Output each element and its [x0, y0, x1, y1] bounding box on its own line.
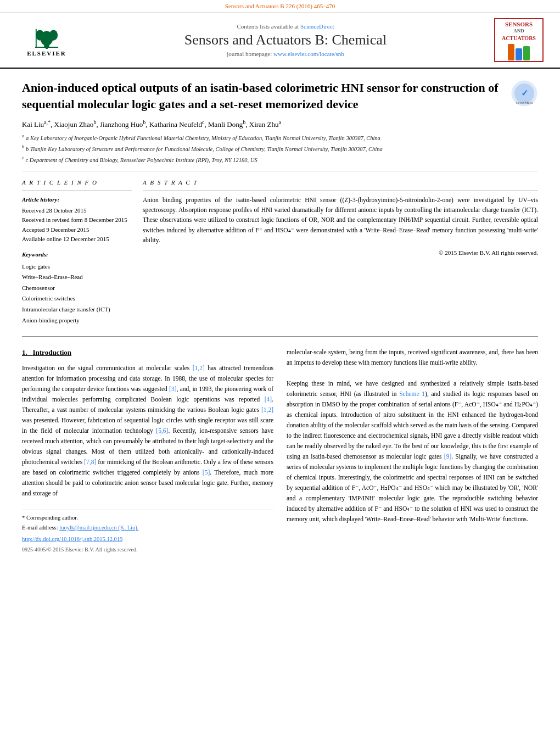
- crossmark-icon[interactable]: ✓ CrossMark: [511, 80, 538, 107]
- authors-text: Kai Liua,*, Xiaojun Zhaob, Jianzhong Huo…: [22, 120, 281, 129]
- main-content: 1. Introduction Investigation on the sig…: [22, 347, 538, 555]
- svg-point-2: [36, 30, 44, 41]
- sensors-logo-line3: ACTUATORS: [502, 35, 536, 42]
- doi-link[interactable]: http://dx.doi.org/10.1016/j.snb.2015.12.…: [22, 536, 122, 542]
- abstract-panel: A B S T R A C T Anion binding properties…: [143, 178, 538, 326]
- elsevier-tree-icon: [27, 24, 66, 49]
- article-info-panel: A R T I C L E I N F O Article history: R…: [22, 178, 132, 326]
- contents-line: Contents lists available at ScienceDirec…: [77, 23, 494, 30]
- scheme1-link[interactable]: Scheme 1: [399, 390, 425, 397]
- abstract-copyright: © 2015 Elsevier B.V. All rights reserved…: [143, 248, 538, 258]
- keyword-2: Write–Read–Erase–Read: [22, 272, 132, 282]
- keyword-3: Chemosensor: [22, 283, 132, 293]
- footnote-section: * Corresponding author. E-mail address: …: [22, 510, 273, 554]
- journal-title-center: Contents lists available at ScienceDirec…: [77, 23, 494, 57]
- title-crossmark-row: Anion-induced optical outputs of an isat…: [22, 80, 538, 112]
- doi-line: http://dx.doi.org/10.1016/j.snb.2015.12.…: [22, 535, 273, 544]
- svg-point-3: [49, 30, 58, 41]
- issn-line: 0925-4005/© 2015 Elsevier B.V. All right…: [22, 545, 273, 554]
- accepted-date: Accepted 9 December 2015: [22, 225, 132, 235]
- homepage-link[interactable]: www.elsevier.com/locate/snb: [273, 51, 344, 57]
- article-title: Anion-induced optical outputs of an isat…: [22, 80, 500, 112]
- ref-4-link[interactable]: [4]: [265, 396, 272, 403]
- affiliation-c: c c Department of Chemistry and Biology,…: [22, 154, 538, 164]
- affiliation-a: a a Key Laboratory of Inorganic-Organic …: [22, 132, 538, 142]
- elsevier-label-text: ELSEVIER: [27, 50, 66, 57]
- article-history-label: Article history:: [22, 195, 132, 205]
- main-right-column: molecular-scale system, being from the i…: [287, 347, 538, 555]
- available-date: Available online 12 December 2015: [22, 235, 132, 244]
- main-divider: [22, 336, 538, 337]
- svg-text:✓: ✓: [521, 88, 528, 98]
- crossmark-svg: ✓ CrossMark: [511, 80, 538, 107]
- journal-name: Sensors and Actuators B: Chemical: [77, 32, 494, 48]
- elsevier-logo: ELSEVIER: [16, 24, 77, 57]
- email-line: E-mail address: luoylk@mail.tjnu.edu.cn …: [22, 523, 273, 533]
- abstract-heading: A B S T R A C T: [143, 178, 538, 190]
- main-left-column: 1. Introduction Investigation on the sig…: [22, 347, 273, 555]
- keywords-list: Logic gates Write–Read–Erase–Read Chemos…: [22, 262, 132, 326]
- email-link[interactable]: luoylk@mail.tjnu.edu.cn (K. Liu).: [59, 525, 138, 531]
- ref-7-8-link[interactable]: [7,8]: [84, 459, 96, 465]
- keyword-6: Anion-binding property: [22, 316, 132, 326]
- sciencedirect-link[interactable]: ScienceDirect: [300, 23, 334, 30]
- ref-3-link[interactable]: [3]: [169, 386, 176, 392]
- authors-line: Kai Liua,*, Xiaojun Zhaob, Jianzhong Huo…: [22, 119, 538, 129]
- sensors-actuators-logo: SENSORS and ACTUATORS: [494, 18, 544, 62]
- ref-1-2-link[interactable]: [1,2]: [193, 365, 205, 371]
- affiliations: a a Key Laboratory of Inorganic-Organic …: [22, 132, 538, 165]
- svg-text:CrossMark: CrossMark: [516, 101, 533, 105]
- journal-reference-bar: Sensors and Actuators B 226 (2016) 465–4…: [0, 0, 560, 13]
- ref-9-link[interactable]: [9]: [444, 453, 451, 460]
- affiliation-b: b b Tianjin Key Laboratory of Structure …: [22, 143, 538, 153]
- received-revised-date: Received in revised form 8 December 2015: [22, 215, 132, 225]
- corresponding-author-note: * Corresponding author.: [22, 514, 273, 523]
- keyword-5: Intramolecular charge transfer (ICT): [22, 305, 132, 315]
- received-date: Received 28 October 2015: [22, 206, 132, 216]
- journal-ref-text: Sensors and Actuators B 226 (2016) 465–4…: [225, 3, 335, 9]
- section-heading: 1. Introduction: [22, 347, 273, 359]
- keywords-label: Keywords:: [22, 250, 132, 260]
- article-info-heading: A R T I C L E I N F O: [22, 178, 132, 191]
- keyword-4: Colorimetric switches: [22, 294, 132, 304]
- intro-right-text: molecular-scale system, being from the i…: [287, 347, 538, 524]
- ref-1-2b-link[interactable]: [1,2]: [261, 406, 273, 413]
- ref-5b-link[interactable]: [5]: [203, 469, 210, 476]
- sensors-logo-line1: SENSORS: [502, 20, 536, 28]
- divider-after-affiliations: [22, 171, 538, 171]
- article-info-abstract-row: A R T I C L E I N F O Article history: R…: [22, 178, 538, 326]
- keyword-1: Logic gates: [22, 262, 132, 272]
- sensors-logo-line2: and: [502, 28, 536, 35]
- ref-5-6-link[interactable]: [5,6]: [156, 427, 168, 434]
- intro-left-text: Investigation on the signal communicatio…: [22, 363, 273, 499]
- journal-homepage: journal homepage: www.elsevier.com/locat…: [77, 51, 494, 57]
- article-body: Anion-induced optical outputs of an isat…: [0, 69, 560, 566]
- journal-header: ELSEVIER Contents lists available at Sci…: [0, 13, 560, 69]
- abstract-text: Anion binding properties of the isatin-b…: [143, 195, 538, 246]
